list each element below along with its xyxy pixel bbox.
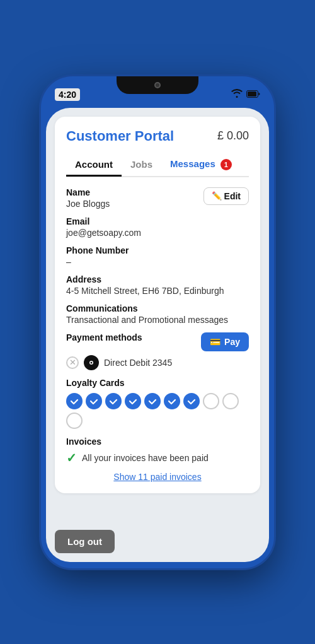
email-label: Email [66, 216, 249, 226]
phone-field-group: Phone Number – [66, 245, 249, 267]
loyalty-dot-empty [203, 393, 219, 409]
loyalty-dot-filled [144, 393, 161, 409]
svg-rect-1 [248, 91, 256, 97]
name-field-header: Name Joe Bloggs ✏️ Edit [66, 187, 249, 209]
status-time: 4:20 [55, 88, 80, 101]
pencil-icon: ✏️ [212, 191, 222, 201]
address-label: Address [66, 274, 249, 284]
tabs: Account Jobs Messages 1 [66, 153, 249, 177]
payment-field-header: Payment methods 💳 Pay [66, 332, 249, 351]
loyalty-dot-filled [164, 393, 180, 409]
invoice-status-text: All your invoices have been paid [82, 453, 209, 463]
loyalty-dot-empty [66, 413, 83, 429]
loyalty-dot-empty [222, 393, 239, 409]
show-invoices-link[interactable]: Show 11 paid invoices [66, 472, 249, 482]
name-value: Joe Bloggs [66, 199, 110, 209]
notch [117, 76, 198, 94]
pay-button[interactable]: 💳 Pay [201, 332, 249, 351]
loyalty-dot-filled [125, 393, 141, 409]
payment-label: Payment methods [66, 332, 142, 342]
portal-balance: £ 0.00 [217, 129, 249, 143]
status-icons [231, 89, 260, 100]
phone-value: – [66, 257, 249, 267]
logout-area: Log out [46, 530, 269, 562]
phone-screen: Customer Portal £ 0.00 Account Jobs Mess… [46, 108, 269, 562]
portal-header: Customer Portal £ 0.00 [66, 128, 249, 144]
loyalty-dot-filled [105, 393, 122, 409]
portal-title: Customer Portal [66, 128, 174, 144]
payment-row: ✕ Direct Debit 2345 [66, 355, 249, 370]
loyalty-dot-filled [66, 393, 83, 409]
invoices-label: Invoices [66, 436, 249, 447]
loyalty-dot-filled [183, 393, 200, 409]
address-value: 4-5 Mitchell Street, EH6 7BD, Edinburgh [66, 286, 249, 296]
main-card: Customer Portal £ 0.00 Account Jobs Mess… [55, 117, 260, 493]
battery-icon [246, 89, 260, 100]
tab-jobs[interactable]: Jobs [122, 154, 161, 177]
payment-field-group: Payment methods 💳 Pay ✕ [66, 332, 249, 370]
invoices-section: Invoices ✓ All your invoices have been p… [66, 436, 249, 482]
phone-frame: 4:20 [41, 76, 274, 568]
messages-badge: 1 [220, 159, 232, 170]
screen-inner: Customer Portal £ 0.00 Account Jobs Mess… [46, 108, 269, 530]
loyalty-dots [66, 393, 249, 429]
card-icon: 💳 [210, 337, 220, 347]
phone-label: Phone Number [66, 245, 249, 255]
camera [154, 82, 161, 88]
name-field-group: Name Joe Bloggs ✏️ Edit [66, 187, 249, 209]
comms-field-group: Communications Transactional and Promoti… [66, 303, 249, 325]
email-field-group: Email joe@getsoapy.com [66, 216, 249, 238]
invoice-status: ✓ All your invoices have been paid [66, 450, 249, 465]
loyalty-field-group: Loyalty Cards [66, 378, 249, 429]
tab-account[interactable]: Account [66, 154, 122, 177]
check-icon: ✓ [66, 450, 77, 465]
logout-button[interactable]: Log out [55, 530, 115, 553]
payment-info: ✕ Direct Debit 2345 [66, 355, 172, 370]
address-field-group: Address 4-5 Mitchell Street, EH6 7BD, Ed… [66, 274, 249, 296]
email-value: joe@getsoapy.com [66, 228, 249, 238]
comms-label: Communications [66, 303, 249, 313]
edit-button[interactable]: ✏️ Edit [203, 187, 249, 205]
direct-debit-icon [84, 355, 99, 370]
status-bar: 4:20 [41, 76, 274, 108]
loyalty-label: Loyalty Cards [66, 378, 249, 388]
name-label: Name [66, 187, 110, 197]
wifi-icon [231, 89, 243, 100]
payment-value: Direct Debit 2345 [104, 358, 172, 368]
cancel-icon[interactable]: ✕ [66, 356, 79, 369]
loyalty-dot-filled [86, 393, 102, 409]
tab-messages[interactable]: Messages 1 [161, 153, 241, 177]
comms-value: Transactional and Promotional messages [66, 315, 249, 325]
